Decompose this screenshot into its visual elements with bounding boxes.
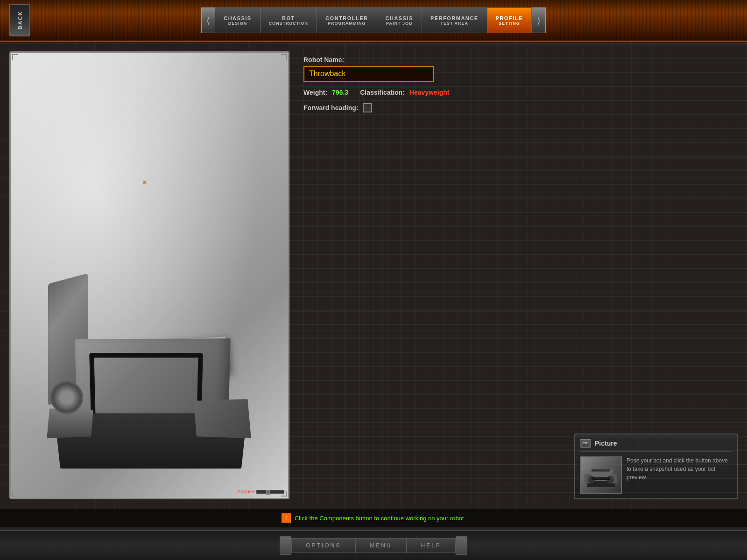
cursor-icon: ✦: [139, 176, 151, 189]
tab-controller-line2: PROGRAMMING: [328, 21, 366, 26]
robot-name-input[interactable]: [303, 66, 434, 82]
tab-profile-setting[interactable]: PROFILE SETTING: [487, 7, 532, 33]
menu-button[interactable]: mENU: [355, 538, 406, 553]
hint-bar: ! Click the Components button to continu…: [0, 509, 747, 527]
robot-wing-right: [194, 399, 251, 438]
tab-paint-line2: PAINT JOB: [386, 21, 412, 26]
hint-text: Click the Components button to continue …: [295, 515, 465, 522]
tab-chassis-design[interactable]: CHASSIS DESIGN: [215, 7, 260, 33]
bottom-menu-bar: OPTIONS mENU HELP: [0, 530, 747, 560]
top-navigation-bar: BACK ⟨ CHASSIS DESIGN BOT CONSTRUCTION C…: [0, 0, 747, 42]
robot-viewport[interactable]: ✦ -ZOOM+: [9, 51, 289, 499]
robot-3d-display: [48, 246, 254, 470]
tab-profile-line1: PROFILE: [496, 15, 523, 21]
robot-wheel-left: [50, 381, 83, 414]
nav-tabs-container: ⟨ CHASSIS DESIGN BOT CONSTRUCTION CONTRO…: [201, 7, 546, 33]
tab-controller-line1: CONTROLLER: [325, 15, 368, 21]
corner-br: [281, 491, 287, 497]
tab-perf-line2: TEST AREA: [440, 21, 468, 26]
robot-chain: [89, 353, 203, 418]
forward-heading-label: Forward heading:: [303, 104, 358, 112]
tab-performance-test[interactable]: PERFORMANCE TEST AREA: [422, 7, 487, 33]
options-button[interactable]: OPTIONS: [291, 538, 355, 553]
nav-bracket-left: ⟨: [201, 7, 215, 33]
tab-bot-construction[interactable]: BOT CONSTRUCTION: [261, 7, 317, 33]
corner-tr: [281, 54, 287, 60]
hint-icon: !: [282, 513, 291, 523]
tab-profile-line2: SETTING: [499, 21, 520, 26]
classification-label: Classification:: [360, 89, 405, 96]
corner-bl: [12, 491, 18, 497]
settings-panel: Robot Name: Weight: 796.3 Classification…: [299, 51, 738, 499]
tab-chassis-design-line2: DESIGN: [228, 21, 247, 26]
stats-row: Weight: 796.3 Classification: Heavyweigh…: [303, 89, 733, 96]
zoom-indicator: [266, 490, 270, 495]
classification-value: Heavyweight: [409, 89, 450, 96]
help-button[interactable]: HELP: [407, 538, 456, 553]
weight-label: Weight:: [303, 89, 327, 96]
zoom-bar[interactable]: [256, 490, 284, 494]
back-button[interactable]: BACK: [9, 4, 30, 36]
back-label: BACK: [17, 11, 23, 29]
bottom-bracket-left: [280, 536, 291, 555]
forward-heading-checkbox[interactable]: [363, 103, 372, 112]
forward-heading-row: Forward heading:: [303, 103, 733, 112]
tab-perf-line1: PERFORMANCE: [430, 15, 479, 21]
robot-name-section: Robot Name:: [303, 56, 733, 82]
main-content: ✦ -ZOOM+ Robot Name: Weight: 796.3 Class…: [0, 44, 747, 506]
tab-chassis-design-line1: CHASSIS: [224, 15, 251, 21]
robot-name-label: Robot Name:: [303, 56, 733, 63]
tab-bot-line2: CONSTRUCTION: [269, 21, 309, 26]
zoom-label: -ZOOM+: [236, 490, 255, 494]
nav-bracket-right: ⟩: [532, 7, 546, 33]
corner-tl: [12, 54, 18, 60]
tab-controller-programming[interactable]: CONTROLLER PROGRAMMING: [317, 7, 377, 33]
tab-paint-line1: CHASSIS: [386, 15, 413, 21]
zoom-controls: -ZOOM+: [236, 490, 284, 494]
bottom-bracket-right: [456, 536, 467, 555]
tab-bot-line1: BOT: [282, 15, 295, 21]
weight-value: 796.3: [332, 89, 348, 96]
tab-chassis-paint[interactable]: CHASSIS PAINT JOB: [377, 7, 422, 33]
